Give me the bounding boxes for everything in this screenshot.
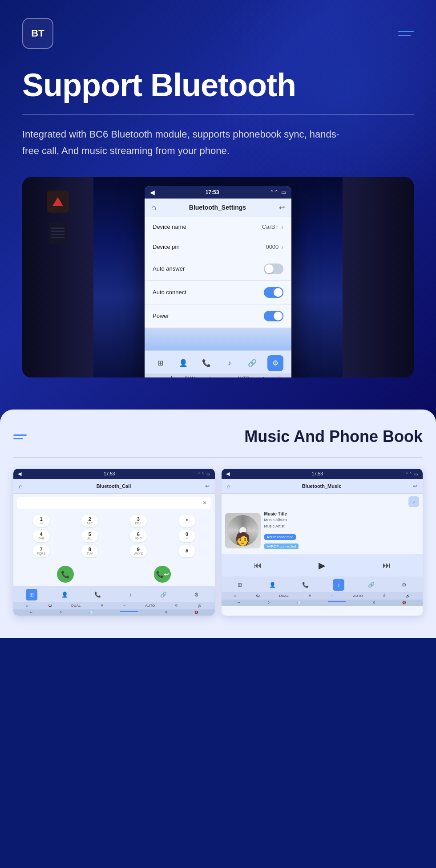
settings-row-device-name[interactable]: Device name CarBT › — [145, 217, 291, 237]
bottom-nav-person[interactable]: 👤 — [175, 355, 191, 371]
settings-row-device-pin[interactable]: Device pin 0000 › — [145, 237, 291, 257]
music-car-home[interactable]: ⌂ — [234, 594, 236, 598]
call-car-status-bar: ⌂ ⏻ DUAL ❄ ~ AUTO ↺ 🔊 — [13, 602, 215, 609]
dial-key-5[interactable]: 5 JKL — [81, 530, 98, 542]
music-nav-settings[interactable]: ⚙ — [399, 579, 410, 591]
music-car-dual: DUAL — [279, 594, 288, 598]
dial-key-7[interactable]: 7 PQRS — [33, 545, 50, 557]
dial-key-1[interactable]: 1 — — [33, 515, 50, 527]
car-power-btn[interactable]: ⏻ — [169, 376, 174, 377]
call-battery-icon: ▭ — [206, 472, 210, 476]
car-vent-left — [49, 222, 67, 244]
music-nav-person[interactable]: 👤 — [267, 579, 279, 591]
call-search-bar[interactable]: ✕ — [17, 497, 211, 509]
dial-key-6[interactable]: 6 MNO — [130, 530, 147, 542]
menu-button[interactable] — [398, 31, 414, 36]
music-controls: ⏮ ▶ ⏭ — [222, 554, 423, 576]
call-car-home[interactable]: ⌂ — [26, 604, 28, 608]
call-home-icon[interactable]: ⌂ — [19, 483, 22, 490]
music-car-snow: ❄ — [308, 594, 311, 598]
redial-button[interactable]: 📞↩ — [154, 566, 171, 583]
home-icon[interactable]: ⌂ — [151, 203, 156, 212]
music-nav-music[interactable]: ♪ — [333, 579, 344, 591]
call-nav-person[interactable]: 👤 — [59, 589, 70, 600]
music-car-vol[interactable]: 🔊 — [406, 594, 410, 598]
music-screen: ◀ 17:53 ⌃⌃ ▭ ⌂ Bluetooth_Music ↩ ♪ — [222, 469, 423, 616]
bt-logo: BT — [22, 18, 53, 49]
call-status-bar: ◀ 17:53 ⌃⌃ ▭ — [13, 469, 215, 479]
call-car-power[interactable]: ⏻ — [48, 604, 52, 608]
device-name-label: Device name — [153, 223, 186, 230]
dial-key-9[interactable]: 9 WXYZ — [130, 545, 147, 557]
call-back-chevron[interactable]: ◀ — [18, 471, 21, 477]
call-back-icon[interactable]: ↩ — [205, 483, 210, 489]
bottom-nav-link[interactable]: 🔗 — [244, 355, 260, 371]
car-home-btn[interactable]: ⌂ — [155, 376, 157, 377]
music-car-auto: AUTO — [353, 594, 363, 598]
dial-key-2[interactable]: 2 ABC — [81, 515, 98, 527]
call-car-vol[interactable]: 🔊 — [198, 604, 202, 608]
section-title: Music And Phone Book — [244, 427, 423, 446]
bluetooth-settings-screen: ◀ 17:53 ⌃⌃ ▭ ⌂ Bluetooth_Settings ↩ — [145, 186, 291, 377]
dial-key-4[interactable]: 4 GHI — [33, 530, 50, 542]
music-status-time: 17:53 — [312, 471, 323, 476]
dial-key-hash[interactable]: # — [178, 545, 195, 557]
dial-key-star[interactable]: * — [178, 515, 195, 527]
call-screen-title: Bluetooth_Call — [97, 483, 131, 489]
music-back-chevron[interactable]: ◀ — [226, 471, 230, 477]
warning-button[interactable] — [47, 191, 69, 213]
call-nav-phone[interactable]: 📞 — [92, 589, 103, 600]
call-button[interactable]: 📞 — [57, 566, 74, 583]
call-nav-link[interactable]: 🔗 — [157, 589, 169, 600]
auto-connect-toggle[interactable] — [264, 287, 283, 298]
settings-row-auto-answer: Auto answer — [145, 257, 291, 281]
call-car-back[interactable]: ↩ — [30, 611, 32, 614]
call-screen: ◀ 17:53 ⌃⌃ ▭ ⌂ Bluetooth_Call ↩ ✕ — [13, 469, 215, 616]
bottom-nav-settings[interactable]: ⚙ — [267, 355, 283, 371]
dial-key-3[interactable]: 3 DEF — [130, 515, 147, 527]
music-car-mute[interactable]: 🔇 — [402, 601, 406, 604]
music-car-back[interactable]: ↩ — [238, 601, 240, 604]
signal-icon: ⌃⌃ — [270, 189, 279, 195]
call-nav-music[interactable]: ♪ — [125, 589, 136, 600]
call-status-time: 17:53 — [104, 471, 115, 476]
call-car-controls-bar: ↩ 0 💨 0 🔇 — [13, 609, 215, 616]
music-car-status-bar: ⌂ ⏻ DUAL ❄ ~ AUTO ↺ 🔊 — [222, 592, 423, 600]
screen-back-arrow[interactable]: ◀ — [150, 189, 155, 196]
auto-answer-toggle[interactable] — [264, 264, 283, 274]
car-volume-icon[interactable]: 🔊 — [276, 376, 281, 377]
next-button[interactable]: ⏭ — [380, 559, 393, 572]
call-nav-settings[interactable]: ⚙ — [190, 589, 202, 600]
call-clear-icon[interactable]: ✕ — [202, 500, 207, 506]
section-menu-icon[interactable] — [13, 434, 27, 439]
music-nav-link[interactable]: 🔗 — [366, 579, 377, 591]
bottom-nav-music[interactable]: ♪ — [222, 355, 238, 371]
music-signal-icon: ⌃⌃ — [405, 472, 412, 476]
bottom-nav-phone[interactable]: 📞 — [198, 355, 214, 371]
music-car-power[interactable]: ⏻ — [256, 594, 259, 598]
call-action-row: 📞 📞↩ — [13, 562, 215, 586]
prev-button[interactable]: ⏮ — [251, 559, 264, 572]
back-icon[interactable]: ↩ — [279, 203, 285, 212]
settings-content: Device name CarBT › Device pin 0000 › — [145, 217, 291, 350]
section-menu-line-2 — [13, 438, 23, 439]
music-car-fan[interactable]: 💨 — [297, 601, 301, 604]
music-nav-phone[interactable]: 📞 — [300, 579, 311, 591]
play-button[interactable]: ▶ — [316, 558, 327, 573]
hero-description: Integrated with BC6 Bluetooth module, su… — [22, 126, 356, 159]
call-car-mute[interactable]: 🔇 — [194, 611, 198, 614]
bottom-nav-grid[interactable]: ⊞ — [153, 355, 169, 371]
call-car-dual: DUAL — [71, 604, 81, 608]
power-toggle[interactable] — [264, 311, 283, 321]
music-note-button[interactable]: ♪ — [408, 496, 419, 507]
dial-key-0plus[interactable]: 0 + — [178, 530, 195, 542]
dial-key-8[interactable]: 8 TUV — [81, 545, 98, 557]
music-home-icon[interactable]: ⌂ — [227, 483, 230, 490]
battery-icon: ▭ — [281, 189, 286, 195]
a2dp-badge: A2DP connected — [264, 534, 296, 540]
music-car-recirc: ↺ — [383, 594, 386, 598]
call-nav-grid[interactable]: ⊞ — [26, 589, 37, 600]
music-nav-grid[interactable]: ⊞ — [234, 579, 246, 591]
call-car-fan[interactable]: 💨 — [89, 611, 93, 614]
music-back-icon[interactable]: ↩ — [413, 483, 417, 489]
